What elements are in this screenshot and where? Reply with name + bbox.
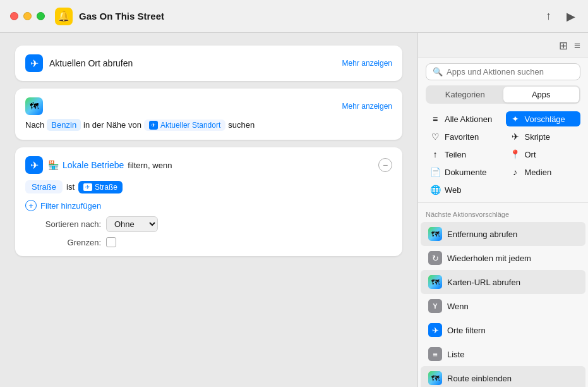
- minimize-button[interactable]: [23, 12, 32, 20]
- betriebe-emoji: 🏪: [48, 160, 59, 170]
- ort-icon: 📍: [510, 149, 521, 159]
- search-input[interactable]: [447, 67, 573, 77]
- cat-ort[interactable]: 📍 Ort: [506, 147, 581, 162]
- cat-dokumente[interactable]: 📄 Dokumente: [426, 164, 501, 180]
- card1-header: ✈ Aktuellen Ort abrufen Mehr anzeigen: [25, 54, 392, 72]
- sort-row: Sortieren nach: Ohne: [25, 216, 392, 232]
- card3-header: ✈ 🏪 Lokale Betriebe filtern, wenn −: [25, 156, 392, 174]
- search-icon: 🔍: [433, 67, 443, 77]
- sidebar-view-button[interactable]: ⊞: [559, 39, 568, 52]
- medien-icon: ♪: [510, 167, 521, 177]
- action-card-3: ✈ 🏪 Lokale Betriebe filtern, wenn − Stra…: [15, 147, 402, 256]
- card2-left: 🗺: [25, 97, 43, 115]
- grenzen-checkbox[interactable]: [106, 237, 116, 247]
- favoriten-icon: ♡: [429, 132, 441, 142]
- add-filter-icon: +: [25, 200, 37, 211]
- benzin-tag[interactable]: Benzin: [47, 119, 81, 131]
- cat-alle-aktionen-label: Alle Aktionen: [445, 114, 492, 124]
- card1-icon: ✈: [25, 54, 43, 72]
- card2-mehr-button[interactable]: Mehr anzeigen: [342, 102, 392, 111]
- search-bar: 🔍: [426, 63, 580, 80]
- skripte-icon: ✈: [510, 132, 521, 142]
- sort-select[interactable]: Ohne: [106, 216, 158, 232]
- sugg-orte-label: Orte filtern: [447, 326, 486, 335]
- cat-dokumente-label: Dokumente: [445, 168, 486, 177]
- cat-favoriten[interactable]: ♡ Favoriten: [426, 129, 501, 144]
- sugg-route[interactable]: 🗺 Route einblenden: [421, 366, 585, 387]
- card2-icon: 🗺: [25, 97, 43, 115]
- standort-tag[interactable]: ✈ Aktueller Standort: [144, 120, 225, 131]
- sugg-entfernung-icon: 🗺: [428, 227, 442, 241]
- sidebar-top: ⊞ ≡: [418, 33, 588, 58]
- tab-kategorien[interactable]: Kategorien: [427, 87, 503, 102]
- strasse-left-tag[interactable]: Straße: [25, 180, 63, 194]
- card3-title-row: 🏪 Lokale Betriebe filtern, wenn: [48, 160, 172, 170]
- sugg-wiederholen[interactable]: ↻ Wiederholen mit jedem: [421, 246, 585, 270]
- main-content: ✈ Aktuellen Ort abrufen Mehr anzeigen 🗺 …: [0, 33, 588, 387]
- strasse-right-label: Straße: [95, 183, 117, 192]
- sugg-route-label: Route einblenden: [447, 374, 512, 383]
- sugg-wiederholen-icon: ↻: [428, 251, 442, 265]
- close-button[interactable]: [10, 12, 18, 20]
- cat-alle-aktionen[interactable]: ≡ Alle Aktionen: [426, 111, 501, 126]
- cat-skripte-label: Skripte: [525, 132, 550, 142]
- cat-medien-label: Medien: [525, 168, 552, 177]
- standort-label: Aktueller Standort: [160, 121, 220, 130]
- cat-ort-label: Ort: [525, 150, 536, 159]
- maximize-button[interactable]: [37, 12, 45, 20]
- right-sidebar: ⊞ ≡ 🔍 Kategorien Apps ≡ Alle Aktionen ✦ …: [417, 33, 588, 387]
- sugg-route-icon: 🗺: [428, 371, 442, 385]
- sort-label: Sortieren nach:: [25, 219, 101, 229]
- sugg-liste-label: Liste: [447, 350, 464, 359]
- sugg-karten-url[interactable]: 🗺 Karten-URL abrufen: [421, 270, 585, 294]
- cat-vorschlaege[interactable]: ✦ Vorschläge: [506, 111, 581, 126]
- nach-label: Nach: [25, 120, 44, 130]
- sugg-entfernung-label: Entfernung abrufen: [447, 230, 517, 239]
- suggestions-section: Nächste Aktionsvorschläge 🗺 Entfernung a…: [418, 203, 588, 387]
- app-icon: 🔔: [55, 8, 73, 25]
- traffic-lights: [10, 12, 45, 20]
- strasse-icon: ✈: [83, 183, 92, 191]
- alle-aktionen-icon: ≡: [429, 114, 441, 124]
- location-icon: ✈: [149, 121, 158, 130]
- card1-mehr-button[interactable]: Mehr anzeigen: [342, 59, 392, 68]
- run-button[interactable]: ▶: [564, 8, 578, 25]
- web-icon: 🌐: [429, 185, 441, 195]
- sidebar-filter-button[interactable]: ≡: [574, 39, 580, 52]
- filter-conditions: Straße ist ✈ Straße: [25, 180, 392, 194]
- share-button[interactable]: ↑: [543, 8, 554, 24]
- cat-medien[interactable]: ♪ Medien: [506, 164, 581, 180]
- cat-web[interactable]: 🌐 Web: [426, 182, 501, 197]
- action-card-2: 🗺 Mehr anzeigen Nach Benzin in der Nähe …: [15, 89, 402, 140]
- sugg-liste[interactable]: ≡ Liste: [421, 342, 585, 366]
- card2-params: Nach Benzin in der Nähe von ✈ Aktueller …: [25, 119, 392, 131]
- card2-header: 🗺 Mehr anzeigen: [25, 97, 392, 115]
- strasse-right-tag[interactable]: ✈ Straße: [78, 181, 123, 194]
- sugg-karten-label: Karten-URL abrufen: [447, 278, 520, 287]
- window-title: Gas On This Street: [79, 11, 543, 22]
- sugg-entfernung[interactable]: 🗺 Entfernung abrufen: [421, 222, 585, 246]
- card1-left: ✈ Aktuellen Ort abrufen: [25, 54, 133, 72]
- cat-skripte[interactable]: ✈ Skripte: [506, 129, 581, 144]
- cat-teilen[interactable]: ↑ Teilen: [426, 147, 501, 162]
- cat-web-label: Web: [445, 185, 462, 195]
- betriebe-label[interactable]: Lokale Betriebe: [63, 160, 124, 170]
- remove-filter-button[interactable]: −: [378, 158, 392, 172]
- tab-apps[interactable]: Apps: [503, 87, 580, 102]
- sugg-karten-icon: 🗺: [428, 275, 442, 289]
- vorschlaege-icon: ✦: [510, 114, 521, 124]
- ist-label: ist: [66, 182, 75, 192]
- sugg-wenn-icon: Y: [428, 299, 442, 313]
- add-filter-label: Filter hinzufügen: [40, 201, 101, 211]
- filtern-label: filtern, wenn: [128, 161, 172, 170]
- sugg-wenn-label: Wenn: [447, 302, 469, 311]
- in-der-nahe-label: in der Nähe von: [83, 120, 141, 130]
- grenzen-row: Grenzen:: [25, 237, 392, 247]
- sugg-wenn[interactable]: Y Wenn: [421, 294, 585, 318]
- sugg-orte-filtern[interactable]: ✈ Orte filtern: [421, 318, 585, 342]
- teilen-icon: ↑: [429, 149, 441, 159]
- dokumente-icon: 📄: [429, 167, 441, 177]
- add-filter-button[interactable]: + Filter hinzufügen: [25, 200, 101, 211]
- sugg-orte-icon: ✈: [428, 323, 442, 337]
- category-grid: ≡ Alle Aktionen ✦ Vorschläge ♡ Favoriten…: [418, 109, 588, 203]
